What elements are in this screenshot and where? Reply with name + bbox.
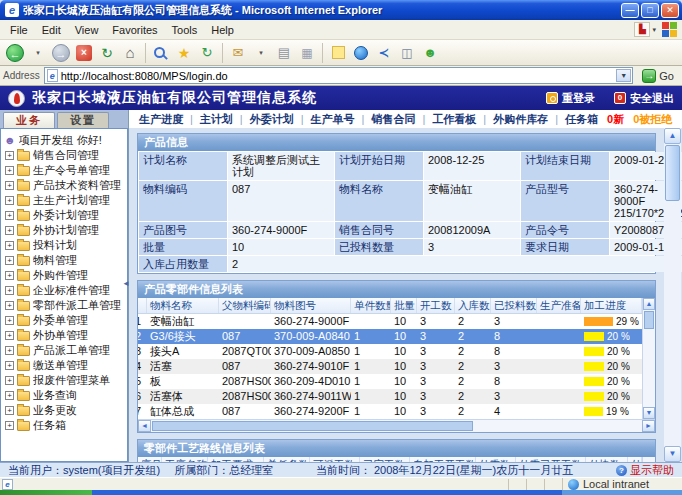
route-col-4[interactable]: 可派工数 [310, 457, 360, 462]
print-button[interactable]: ▤ [274, 42, 294, 64]
parts-hscroll-thumb[interactable] [152, 421, 473, 431]
favorites-button[interactable]: ★ [174, 42, 194, 64]
menu-tools[interactable]: Tools [165, 24, 205, 36]
address-field[interactable]: e ▼ [44, 67, 634, 84]
parts-col-4[interactable]: 批量 [391, 298, 417, 313]
adobe-dropdown-icon[interactable]: ▾ [652, 26, 656, 34]
nav-link-3[interactable]: 生产单号 [311, 112, 355, 127]
tree-item-5[interactable]: +外协计划管理 [4, 223, 127, 238]
tree-item-0[interactable]: +销售合同管理 [4, 148, 127, 163]
route-col-10[interactable]: 外协 [628, 457, 642, 462]
tree-item-2[interactable]: +产品技术资料管理 [4, 178, 127, 193]
expand-icon[interactable]: + [5, 376, 14, 385]
content-scroll-up-icon[interactable]: ▲ [664, 128, 681, 144]
sidebar-collapse-handle[interactable]: ◄ [122, 279, 130, 288]
nav-link-1[interactable]: 主计划 [200, 112, 233, 127]
route-col-0[interactable]: 序号 [138, 457, 162, 462]
route-col-9[interactable]: 外协数 [586, 457, 628, 462]
expand-icon[interactable]: + [5, 286, 14, 295]
content-scroll-down-icon[interactable]: ▼ [664, 446, 681, 462]
go-button[interactable]: → Go [637, 67, 679, 85]
parts-scroll-thumb[interactable] [644, 311, 654, 329]
tree-item-3[interactable]: +主生产计划管理 [4, 193, 127, 208]
tree-item-17[interactable]: +业务更改 [4, 403, 127, 418]
expand-icon[interactable]: + [5, 361, 14, 370]
tree-item-11[interactable]: +外委单管理 [4, 313, 127, 328]
expand-icon[interactable]: + [5, 406, 14, 415]
route-col-3[interactable]: 总任务数 [264, 457, 310, 462]
expand-icon[interactable]: + [5, 301, 14, 310]
expand-icon[interactable]: + [5, 316, 14, 325]
relogin-button[interactable]: 重登录 [546, 91, 595, 106]
refresh-button[interactable]: ↻ [97, 42, 117, 64]
expand-icon[interactable]: + [5, 271, 14, 280]
back-button[interactable]: ← [5, 42, 25, 64]
tree-item-12[interactable]: +外协单管理 [4, 328, 127, 343]
parts-scroll-right-icon[interactable]: ► [642, 420, 655, 432]
menu-view[interactable]: View [68, 24, 106, 36]
close-button[interactable]: ✕ [661, 3, 679, 18]
menu-favorites[interactable]: Favorites [105, 24, 164, 36]
parts-row[interactable]: 6活塞体2087HS002360-274-9011W11032320 % [138, 389, 642, 404]
messenger-button[interactable]: ☻ [420, 42, 440, 64]
forward-button[interactable]: → [51, 42, 71, 64]
edit-button[interactable]: ▦ [297, 42, 317, 64]
badge-new[interactable]: 0新 [607, 112, 624, 127]
expand-icon[interactable]: + [5, 211, 14, 220]
adobe-toolbar-icon[interactable]: ▙ [634, 22, 650, 37]
parts-row[interactable]: 2G3/6接头087370-009-A084011032820 % [138, 329, 642, 344]
badge-rejected[interactable]: 0被拒绝 [633, 112, 672, 127]
tree-item-18[interactable]: +任务箱 [4, 418, 127, 433]
parts-row[interactable]: 1变幅油缸360-274-9000F1032329 % [138, 314, 642, 329]
parts-col-0[interactable]: 物料名称 [147, 298, 219, 313]
parts-scroll-left-icon[interactable]: ◄ [138, 420, 151, 432]
web-button[interactable] [351, 42, 371, 64]
tab-settings[interactable]: 设置 [57, 112, 109, 128]
search-button[interactable] [151, 42, 171, 64]
tab-business[interactable]: 业务 [3, 112, 55, 128]
tree-item-10[interactable]: +零部件派工单管理 [4, 298, 127, 313]
nav-link-0[interactable]: 生产进度 [139, 112, 183, 127]
nav-link-5[interactable]: 工作看板 [432, 112, 476, 127]
address-input[interactable] [61, 69, 614, 82]
notes-button[interactable] [328, 42, 348, 64]
menu-edit[interactable]: Edit [35, 24, 68, 36]
expand-icon[interactable]: + [5, 151, 14, 160]
route-col-2[interactable]: 加工要求 [208, 457, 264, 462]
expand-icon[interactable]: + [5, 391, 14, 400]
tree-item-9[interactable]: +企业标准件管理 [4, 283, 127, 298]
tree-item-7[interactable]: +物料管理 [4, 253, 127, 268]
route-col-8[interactable]: 外委已开工数 [516, 457, 586, 462]
expand-icon[interactable]: + [5, 331, 14, 340]
tree-item-8[interactable]: +外购件管理 [4, 268, 127, 283]
route-col-6[interactable]: 自加工开工数 [410, 457, 476, 462]
finder-button[interactable]: ◫ [397, 42, 417, 64]
expand-icon[interactable]: + [5, 166, 14, 175]
show-help-button[interactable]: ? 显示帮助 [616, 463, 674, 478]
expand-icon[interactable]: + [5, 226, 14, 235]
nav-link-6[interactable]: 外购件库存 [493, 112, 548, 127]
parts-row[interactable]: 3接头A2087QT002370-009-A085011032820 % [138, 344, 642, 359]
parts-col-7[interactable]: 已投料数 [491, 298, 537, 313]
parts-scroll-down-icon[interactable]: ▼ [643, 407, 655, 419]
expand-icon[interactable]: + [5, 196, 14, 205]
menu-help[interactable]: Help [204, 24, 241, 36]
route-col-7[interactable]: 外委数 [476, 457, 516, 462]
minimize-button[interactable]: — [621, 3, 639, 18]
start-button-edge[interactable] [0, 490, 92, 495]
tree-item-14[interactable]: +缴送单管理 [4, 358, 127, 373]
tree-item-15[interactable]: +报废件管理菜单 [4, 373, 127, 388]
nav-link-7[interactable]: 任务箱 [565, 112, 598, 127]
parts-col-2[interactable]: 物料图号 [271, 298, 351, 313]
parts-col-5[interactable]: 开工数 [417, 298, 455, 313]
parts-col-1[interactable]: 父物料编码 [219, 298, 271, 313]
parts-row[interactable]: 5板2087HS002360-209-4D01011032820 % [138, 374, 642, 389]
route-col-1[interactable]: 工序名称 [162, 457, 208, 462]
parts-hscrollbar[interactable]: ◄ ► [138, 419, 655, 432]
content-scroll-thumb[interactable] [665, 145, 680, 201]
tree-item-16[interactable]: +业务查询 [4, 388, 127, 403]
tree-item-1[interactable]: +生产令号单管理 [4, 163, 127, 178]
parts-scroll-up-icon[interactable]: ▲ [643, 298, 655, 310]
stop-button[interactable]: × [74, 42, 94, 64]
menu-file[interactable]: File [3, 24, 35, 36]
